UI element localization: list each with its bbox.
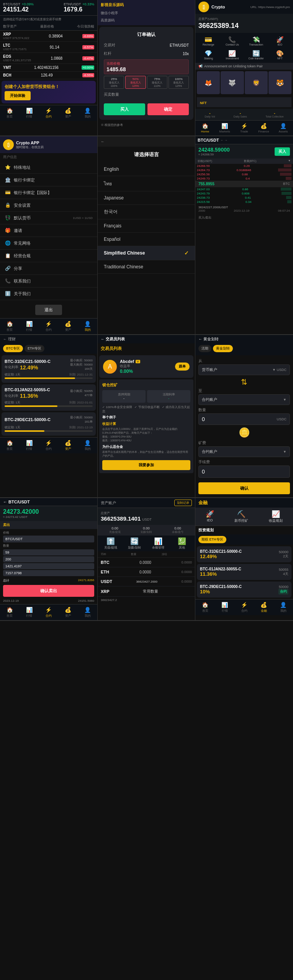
tab-lock[interactable]: 黄金划转 xyxy=(213,345,233,352)
lang-japanese[interactable]: Japanese xyxy=(98,191,195,205)
crypto-row-ymt[interactable]: YMT 1.4024631156 +0.00% xyxy=(0,64,97,72)
action-transfer[interactable]: 🔄划拨/划转 xyxy=(123,537,146,550)
sell-qty-3[interactable]: 1421.4197 xyxy=(3,563,94,569)
menu-nft[interactable]: 🎨 NFT xyxy=(268,48,291,61)
lang-traditional-chinese[interactable]: Traditional Chinese xyxy=(98,260,195,274)
buy-in-btn[interactable]: 买入 xyxy=(275,147,290,156)
nav-trade-sidebar[interactable]: ⚡合约 xyxy=(39,320,59,333)
nav-me-bt[interactable]: 👤我的 xyxy=(78,606,97,619)
card-icon: 💳 xyxy=(5,189,11,196)
nft-item-1[interactable]: 🦊 xyxy=(197,71,220,94)
nav-trade[interactable]: ⚡合约 xyxy=(39,107,59,119)
bottom-nav: 🏠首页 📊行情 ⚡合约 💰资产 👤我的 xyxy=(0,105,97,121)
follow-btn[interactable]: 跟单 xyxy=(175,363,190,371)
menu-transaction[interactable]: 💸 Transaction xyxy=(245,34,268,47)
nav-home[interactable]: 🏠首页 xyxy=(0,107,20,119)
sidebar-item-compliance[interactable]: 📋 经营合规 xyxy=(0,250,97,262)
sidebar-item-bank[interactable]: 🏦 银行卡绑定 xyxy=(0,174,97,186)
nav-asset[interactable]: 💰资产 xyxy=(58,107,78,119)
sidebar-item-bank-intl[interactable]: 💳 银行卡绑定【国际】 xyxy=(0,186,97,199)
nft-item-2[interactable]: 🐺 xyxy=(221,71,244,94)
nav-asset-sidebar[interactable]: 💰资产 xyxy=(58,320,78,333)
nav-home-sidebar[interactable]: 🏠首页 xyxy=(0,320,20,333)
crypto-row-eos[interactable]: EOS USDT·4,191,971735 1.0868 -0.47% xyxy=(0,53,97,64)
nav-trade-finance[interactable]: ⚡合约 xyxy=(39,439,59,452)
sidebar-item-share[interactable]: 🔗 分享 xyxy=(0,262,97,275)
lang-english[interactable]: English xyxy=(98,163,195,176)
fr-menu-mining[interactable]: ⛏️新币挖矿 xyxy=(234,510,248,523)
nav-me-fr[interactable]: 👤我的 xyxy=(273,601,293,614)
lang-simplified-chinese[interactable]: Simplified Chinese ✓ xyxy=(98,246,195,260)
lang-thai[interactable]: ไทย xyxy=(98,176,195,191)
nav-asset-finance[interactable]: 💰资产 xyxy=(58,439,78,452)
action-other2[interactable]: 💹其他 xyxy=(170,537,193,550)
start-button[interactable]: 开始体验 xyxy=(5,91,31,100)
nav-finance-fr[interactable]: 💰金融 xyxy=(254,601,273,614)
pct-btn-25[interactable]: 25% 逢低买入 100% xyxy=(104,76,124,89)
nft-item-4[interactable]: 🐯 xyxy=(268,71,291,94)
sell-qty-2[interactable]: 200 xyxy=(3,556,94,562)
sidebar-item-network[interactable]: 🌐 常见网络 xyxy=(0,237,97,250)
nav-home-crypto[interactable]: 🏠Home xyxy=(195,122,215,134)
logout-btn[interactable]: 退出 xyxy=(35,305,62,315)
action-other1[interactable]: 📊余额管理 xyxy=(147,537,170,550)
pct-btn-50[interactable]: 50% 逢低买入 125% xyxy=(125,76,146,89)
menu-investment[interactable]: 📈 Investment xyxy=(221,48,244,61)
nav-trade-crypto[interactable]: ⚡Trade xyxy=(234,122,254,134)
nav-markets-crypto[interactable]: 📊Markets xyxy=(215,122,234,134)
lang-korean[interactable]: 한국어 xyxy=(98,205,195,219)
crypto-row-ltc[interactable]: LTC USDT·176,71671 91.14 -0.57% xyxy=(0,42,97,53)
tab-options-eth[interactable]: 期权 ETH专区 xyxy=(198,536,226,543)
nav-asset-bt[interactable]: 💰资产 xyxy=(58,606,78,619)
sell-qty-4[interactable]: 7157.0798 xyxy=(3,570,94,576)
crypto-row-xrp[interactable]: XRP USDT·379,574,022 0.38904 -0.69% xyxy=(0,31,97,42)
nav-trade-bt[interactable]: ⚡合约 xyxy=(39,606,59,619)
sidebar-item-contact[interactable]: 📞 联系我们 xyxy=(0,275,97,287)
confirm-btn[interactable]: 确定 xyxy=(147,103,189,115)
nav-home-fr[interactable]: 🏠首页 xyxy=(195,601,215,614)
menu-staking[interactable]: 💎 Staking xyxy=(197,48,220,61)
sidebar-item-invite[interactable]: 🎁 邀请 xyxy=(0,224,97,237)
tab-eth[interactable]: ETH专区 xyxy=(25,345,44,352)
sidebar-item-currency[interactable]: 💱 默认货币 1USD = 1USD xyxy=(0,212,97,224)
sidebar-item-about[interactable]: ℹ️ 关于我们 xyxy=(0,287,97,300)
tab-current[interactable]: 活期 xyxy=(198,345,211,352)
nav-market-bt[interactable]: 📊行情 xyxy=(20,606,39,619)
nav-trade-fr[interactable]: ⚡合约 xyxy=(234,601,254,614)
menu-contact[interactable]: 📞 Contact Us xyxy=(221,34,244,47)
nav-me-finance[interactable]: 👤我的 xyxy=(78,439,97,452)
menu-coin-transfer[interactable]: 🔄 Coin transfer xyxy=(245,48,268,61)
loan-cycle-label: 质押周期 xyxy=(105,392,143,397)
transfer-confirm-btn[interactable]: 确认 xyxy=(198,482,290,494)
join-btn[interactable]: 我要参加 xyxy=(102,460,190,470)
nav-market-finance[interactable]: 📊行情 xyxy=(20,439,39,452)
fr-menu-invest[interactable]: 📈收益规划 xyxy=(269,510,283,523)
sidebar-item-special-addr[interactable]: ⭐ 特殊地址 xyxy=(0,161,97,174)
share-icon: 🔗 xyxy=(5,265,11,271)
lang-french[interactable]: Français xyxy=(98,219,195,233)
nft-item-3[interactable]: 🦁 xyxy=(245,71,268,94)
tab-btc[interactable]: BTC专区 xyxy=(3,345,23,352)
nav-assets-crypto[interactable]: 👤Assets xyxy=(273,122,293,134)
nav-market-sidebar[interactable]: 📊行情 xyxy=(20,320,39,333)
sidebar-item-security[interactable]: 🔒 安全设置 xyxy=(0,199,97,212)
pct-btn-75[interactable]: 75% 逢低买入 110% xyxy=(147,76,167,89)
nav-market[interactable]: 📊行情 xyxy=(20,107,39,119)
transfer-record-btn[interactable]: 划转记录 xyxy=(174,500,192,506)
nav-home-finance[interactable]: 🏠首页 xyxy=(0,439,20,452)
nav-market-fr[interactable]: 📊行情 xyxy=(215,601,234,614)
lang-spanish[interactable]: Español xyxy=(98,233,195,246)
sell-qty-1[interactable]: 59 xyxy=(3,549,94,555)
pct-btn-100[interactable]: 100% 逢低买入 125% xyxy=(169,76,189,89)
action-recharge[interactable]: ⬆️充值/提现 xyxy=(99,537,122,550)
menu-recharge[interactable]: 💳 Recharge xyxy=(197,34,220,47)
nav-finance-crypto[interactable]: 💰Finance xyxy=(254,122,273,134)
menu-ieo[interactable]: 🚀 IEO xyxy=(268,34,291,47)
nav-me-sidebar[interactable]: 👤我的 xyxy=(78,320,97,333)
buy-btn[interactable]: 买入 xyxy=(104,103,145,115)
sell-confirm-btn[interactable]: 确认卖出 xyxy=(3,585,94,597)
nav-home-bt[interactable]: 🏠首页 xyxy=(0,606,20,619)
nav-me[interactable]: 👤我的 xyxy=(78,107,97,119)
fr-menu-ieo[interactable]: 🚀IEO xyxy=(206,510,214,523)
crypto-row-bch[interactable]: BCH 126.49 -6.55% xyxy=(0,72,97,79)
